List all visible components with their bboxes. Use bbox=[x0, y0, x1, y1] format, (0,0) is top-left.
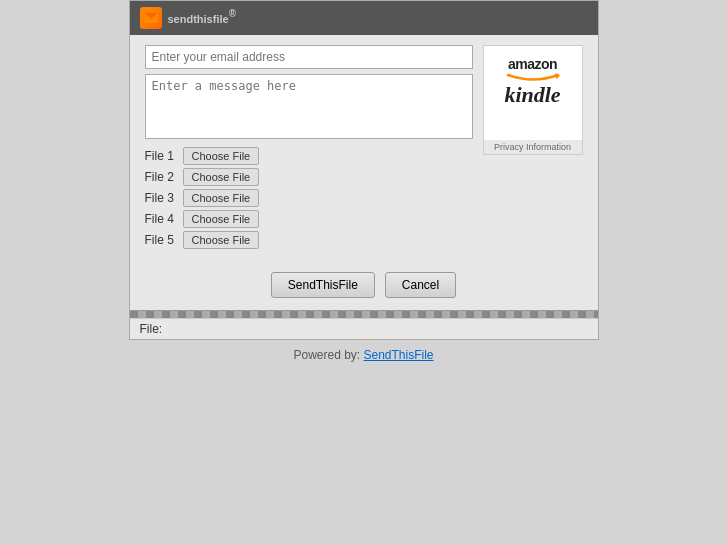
cancel-button[interactable]: Cancel bbox=[385, 272, 456, 298]
ad-section: amazon kindle Privacy Information bbox=[483, 45, 583, 252]
file-choose-5[interactable]: Choose File bbox=[183, 231, 260, 249]
file-choose-2[interactable]: Choose File bbox=[183, 168, 260, 186]
button-row: SendThisFile Cancel bbox=[130, 262, 598, 310]
file-row-3: File 3 Choose File bbox=[145, 189, 473, 207]
header: sendthisfile® bbox=[130, 1, 598, 35]
send-button[interactable]: SendThisFile bbox=[271, 272, 375, 298]
file-choose-3[interactable]: Choose File bbox=[183, 189, 260, 207]
file-row-4: File 4 Choose File bbox=[145, 210, 473, 228]
file-row-1: File 1 Choose File bbox=[145, 147, 473, 165]
powered-by-link[interactable]: SendThisFile bbox=[364, 348, 434, 362]
file-label-2: File 2 bbox=[145, 170, 183, 184]
email-input[interactable] bbox=[145, 45, 473, 69]
message-textarea[interactable] bbox=[145, 74, 473, 139]
ad-kindle-label: kindle bbox=[504, 82, 560, 108]
status-bar: File: bbox=[130, 318, 598, 339]
logo-name: sendthisfile bbox=[168, 14, 229, 26]
logo-symbol: ® bbox=[229, 8, 236, 19]
logo-text: sendthisfile® bbox=[168, 8, 237, 27]
ad-kindle-text: amazon kindle bbox=[503, 56, 563, 108]
file-label-1: File 1 bbox=[145, 149, 183, 163]
progress-bar bbox=[130, 310, 598, 318]
file-row-5: File 5 Choose File bbox=[145, 231, 473, 249]
footer: Powered by: SendThisFile bbox=[129, 340, 599, 370]
ad-privacy-text[interactable]: Privacy Information bbox=[484, 140, 582, 154]
amazon-smile-icon bbox=[503, 72, 563, 82]
powered-by-text: Powered by: bbox=[293, 348, 360, 362]
file-label-3: File 3 bbox=[145, 191, 183, 205]
file-status-label: File: bbox=[140, 322, 163, 336]
ad-logo: amazon kindle bbox=[498, 46, 568, 154]
file-label-5: File 5 bbox=[145, 233, 183, 247]
ad-box[interactable]: amazon kindle Privacy Information bbox=[483, 45, 583, 155]
file-choose-4[interactable]: Choose File bbox=[183, 210, 260, 228]
file-row-2: File 2 Choose File bbox=[145, 168, 473, 186]
logo-icon bbox=[140, 7, 162, 29]
ad-amazon-label: amazon bbox=[508, 56, 557, 72]
file-choose-1[interactable]: Choose File bbox=[183, 147, 260, 165]
ad-amazon-row: amazon bbox=[508, 56, 557, 72]
file-label-4: File 4 bbox=[145, 212, 183, 226]
left-section: File 1 Choose File File 2 Choose File Fi… bbox=[145, 45, 473, 252]
